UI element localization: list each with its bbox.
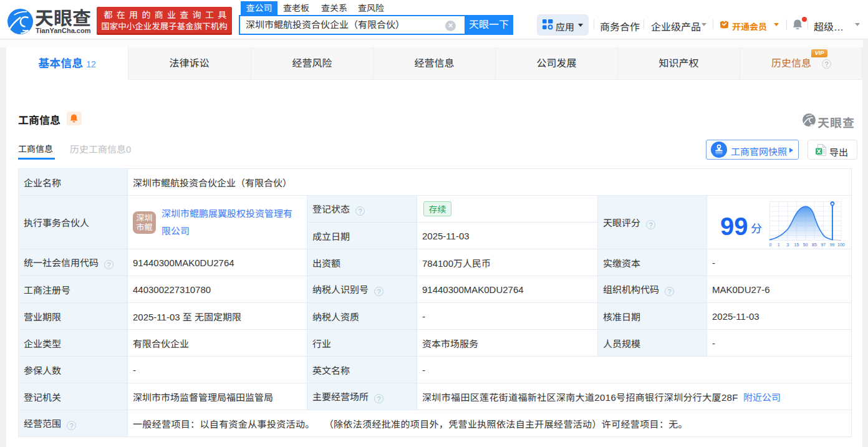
svg-text:100: 100 bbox=[837, 243, 845, 247]
svg-text:0: 0 bbox=[769, 243, 772, 247]
svg-text:97: 97 bbox=[821, 243, 826, 247]
svg-text:99: 99 bbox=[830, 243, 835, 247]
svg-text:15: 15 bbox=[794, 243, 799, 247]
svg-text:1: 1 bbox=[778, 243, 780, 247]
svg-text:85: 85 bbox=[812, 243, 817, 247]
svg-text:3: 3 bbox=[786, 243, 789, 247]
svg-text:50: 50 bbox=[803, 243, 808, 247]
